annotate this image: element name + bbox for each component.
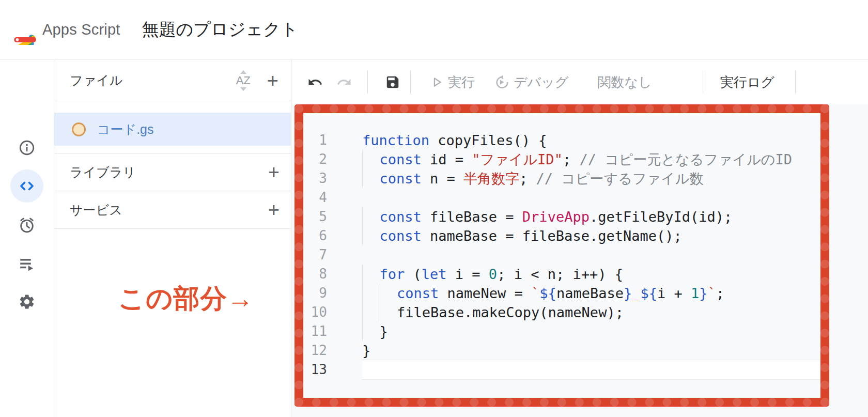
add-library-button[interactable]: + [268, 162, 280, 182]
line-code[interactable]: const id = "ファイルID"; // コピー元となるファイルのID [362, 150, 820, 169]
line-number[interactable]: 5 [303, 207, 327, 226]
indent-guide [362, 303, 380, 322]
line-code[interactable]: fileBase.makeCopy(nameNew); [362, 303, 820, 322]
undo-arrow-icon [307, 74, 323, 90]
debug-icon [494, 74, 510, 90]
project-title[interactable]: 無題のプロジェクト [142, 18, 298, 41]
code-editor-surface[interactable]: 1function copyFiles() {2const id = "ファイル… [292, 104, 868, 417]
line-number[interactable]: 2 [303, 150, 327, 169]
services-section[interactable]: サービス + [54, 191, 291, 229]
editor-toolbar: 実行 デバッグ 関数なし 実行ログ [292, 60, 868, 104]
indent-guide [362, 226, 380, 245]
indent-guide [362, 265, 380, 284]
add-file-button[interactable]: + [267, 71, 278, 90]
code-line[interactable]: 10fileBase.makeCopy(nameNew); [303, 303, 820, 322]
line-code[interactable] [362, 245, 820, 265]
line-number[interactable]: 12 [303, 341, 327, 360]
nav-triggers-button[interactable] [10, 209, 43, 242]
file-row-code-gs[interactable]: コード.gs [54, 113, 291, 146]
sort-az-icon[interactable]: AZ [236, 70, 251, 91]
script-file-dot-icon [72, 122, 86, 136]
line-number[interactable]: 3 [303, 169, 327, 188]
run-label: 実行 [448, 73, 475, 91]
line-number[interactable]: 13 [303, 360, 327, 379]
nav-settings-button[interactable] [10, 285, 43, 318]
debug-label: デバッグ [514, 73, 568, 91]
code-line[interactable]: 12} [303, 341, 820, 360]
apps-script-logo-icon [13, 14, 37, 45]
line-code[interactable]: for (let i = 0; i < n; i++) { [362, 265, 820, 284]
line-code[interactable]: const nameBase = fileBase.getName(); [362, 226, 820, 245]
line-number[interactable]: 4 [303, 188, 327, 207]
line-number[interactable]: 1 [303, 131, 327, 150]
services-label: サービス [70, 202, 122, 219]
line-code[interactable] [362, 360, 820, 379]
libraries-section[interactable]: ライブラリ + [54, 153, 291, 191]
nav-overview-button[interactable] [10, 131, 43, 164]
play-outline-icon [429, 75, 444, 89]
code-icon [18, 177, 36, 195]
file-list: コード.gs [54, 101, 291, 153]
nav-rail [0, 60, 54, 417]
debug-button[interactable]: デバッグ [494, 73, 568, 91]
info-icon [18, 139, 36, 157]
code-line[interactable]: 3const n = 半角数字; // コピーするファイル数 [303, 169, 820, 188]
toolbar-divider [367, 71, 368, 94]
undo-button[interactable] [306, 73, 324, 91]
nav-executions-button[interactable] [10, 248, 43, 281]
line-code[interactable]: const nameNew = `${nameBase}_${i + 1}`; [362, 284, 820, 303]
code-line[interactable]: 11} [303, 322, 820, 341]
line-number[interactable]: 9 [303, 284, 327, 303]
header: Apps Script 無題のプロジェクト [0, 0, 868, 59]
toolbar-divider [703, 71, 703, 94]
line-number[interactable]: 10 [303, 303, 327, 322]
libraries-label: ライブラリ [70, 164, 136, 181]
app-name: Apps Script [42, 21, 120, 38]
code-line[interactable]: 7 [303, 245, 820, 265]
annotation-this-part-label: この部分→ [118, 281, 254, 317]
code-line[interactable]: 1function copyFiles() { [303, 131, 820, 150]
function-selector[interactable]: 関数なし [597, 73, 652, 91]
files-panel-header: ファイル AZ + [54, 60, 291, 101]
file-name: コード.gs [97, 121, 154, 138]
line-code[interactable]: function copyFiles() { [362, 131, 820, 150]
line-code[interactable]: const fileBase = DriveApp.getFileById(id… [362, 207, 820, 226]
indent-guide [362, 284, 380, 303]
line-code[interactable]: const n = 半角数字; // コピーするファイル数 [362, 169, 820, 188]
code-line[interactable]: 6const nameBase = fileBase.getName(); [303, 226, 820, 245]
code-line[interactable]: 9const nameNew = `${nameBase}_${i + 1}`; [303, 284, 820, 303]
line-number[interactable]: 8 [303, 265, 327, 284]
add-service-button[interactable]: + [268, 200, 280, 220]
nav-editor-button[interactable] [10, 169, 43, 203]
execution-log-button[interactable]: 実行ログ [720, 73, 774, 91]
redo-arrow-icon [336, 74, 352, 90]
indent-guide [362, 169, 380, 188]
function-selector-label: 関数なし [597, 73, 652, 91]
editor-pane: 実行 デバッグ 関数なし 実行ログ 1function copyFiles() … [292, 60, 868, 417]
files-panel: ファイル AZ + コード.gs ライブラリ + サービス + この部分→ [54, 60, 291, 417]
line-number[interactable]: 6 [303, 226, 327, 245]
code-area[interactable]: 1function copyFiles() {2const id = "ファイル… [303, 113, 820, 398]
toolbar-divider [795, 71, 796, 94]
code-line[interactable]: 5const fileBase = DriveApp.getFileById(i… [303, 207, 820, 226]
alarm-clock-icon [18, 217, 36, 234]
save-button[interactable] [383, 73, 402, 91]
line-code[interactable]: } [362, 322, 820, 341]
gear-icon [18, 293, 36, 311]
code-line[interactable]: 4 [303, 188, 820, 207]
line-code[interactable]: } [362, 341, 820, 360]
redo-button[interactable] [335, 73, 353, 91]
code-line[interactable]: 2const id = "ファイルID"; // コピー元となるファイルのID [303, 150, 820, 169]
indent-guide [362, 322, 380, 341]
executions-list-icon [18, 255, 36, 273]
run-button[interactable]: 実行 [429, 73, 475, 91]
indent-guide [362, 150, 380, 169]
code-line[interactable]: 8for (let i = 0; i < n; i++) { [303, 265, 820, 284]
line-number[interactable]: 7 [303, 245, 327, 265]
floppy-disk-icon [385, 74, 400, 90]
line-code[interactable] [362, 188, 820, 207]
line-number[interactable]: 11 [303, 322, 327, 341]
code-line[interactable]: 13 [303, 360, 820, 379]
apps-script-window: Apps Script 無題のプロジェクト [0, 0, 868, 417]
indent-guide [380, 303, 397, 322]
